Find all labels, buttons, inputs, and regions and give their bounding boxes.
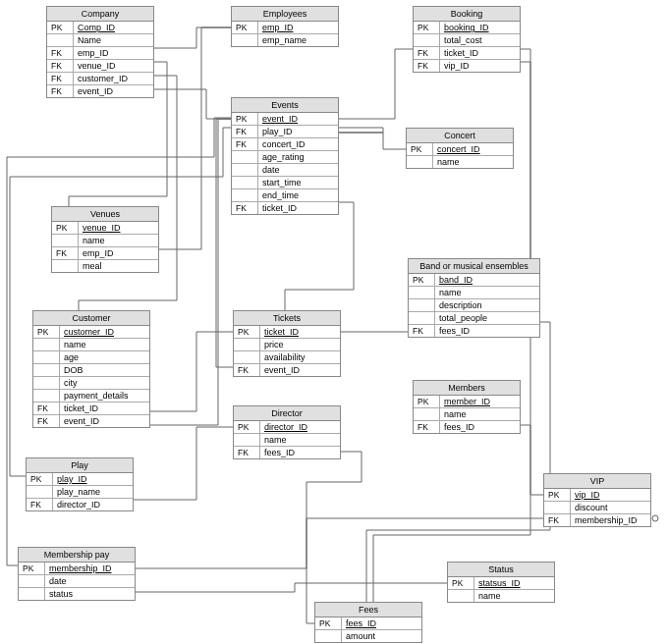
column-name: vip_ID: [571, 489, 651, 502]
key-type: [52, 235, 79, 247]
column-name: emp_ID: [74, 47, 154, 60]
column-name: event_ID: [260, 364, 341, 377]
column-name: event_ID: [60, 415, 150, 428]
key-type: PK: [47, 22, 74, 34]
key-type: [33, 339, 60, 351]
key-type: PK: [448, 577, 474, 590]
key-type: FK: [409, 325, 435, 338]
key-type: [232, 151, 258, 164]
column-name: concert_ID: [258, 138, 339, 151]
key-type: [234, 434, 260, 447]
key-type: FK: [47, 85, 74, 98]
key-type: [232, 177, 258, 189]
entity-membership: Membership payPKmembership_IDdatestatus: [18, 547, 136, 601]
key-type: PK: [232, 113, 258, 126]
entity-members: MembersPKmember_IDnameFKfees_ID: [413, 380, 521, 434]
key-type: [19, 575, 45, 588]
column-name: emp_ID: [79, 247, 159, 260]
column-name: ticket_ID: [60, 402, 150, 415]
entity-columns: PKmember_IDnameFKfees_ID: [414, 396, 520, 433]
entity-title: VIP: [544, 474, 650, 489]
entity-title: Events: [232, 98, 338, 113]
key-type: [33, 390, 60, 402]
column-name: fees_ID: [440, 421, 521, 434]
entity-title: Venues: [52, 207, 158, 222]
key-type: FK: [47, 47, 74, 60]
column-name: name: [60, 339, 150, 351]
key-type: FK: [414, 47, 440, 60]
entity-columns: PKvenue_IDnameFKemp_IDmeal: [52, 222, 158, 272]
key-type: [315, 630, 342, 643]
entity-title: Members: [414, 381, 520, 396]
key-type: FK: [47, 60, 74, 73]
entity-title: Director: [234, 406, 340, 421]
key-type: [232, 34, 258, 47]
key-type: PK: [544, 489, 571, 502]
key-type: [409, 312, 435, 325]
column-name: fees_ID: [342, 617, 422, 630]
entity-columns: PKdirector_IDnameFKfees_ID: [234, 421, 340, 458]
key-type: [414, 34, 440, 47]
entity-venues: VenuesPKvenue_IDnameFKemp_IDmeal: [51, 206, 159, 273]
column-name: member_ID: [440, 396, 521, 408]
entity-title: Company: [47, 7, 153, 22]
key-type: [19, 588, 45, 601]
key-type: PK: [234, 326, 260, 339]
entity-columns: PKconcert_IDname: [407, 143, 513, 168]
key-type: [33, 351, 60, 364]
key-type: PK: [27, 473, 53, 486]
entity-columns: PKband_IDnamedescriptiontotal_peopleFKfe…: [409, 274, 539, 337]
column-name: band_ID: [435, 274, 540, 287]
column-name: customer_ID: [60, 326, 150, 339]
column-name: description: [435, 299, 540, 312]
key-type: [33, 377, 60, 390]
key-type: FK: [234, 364, 260, 377]
column-name: price: [260, 339, 341, 351]
key-type: [409, 287, 435, 299]
entity-title: Tickets: [234, 311, 340, 326]
entity-customer: CustomerPKcustomer_IDnameageDOBcitypayme…: [32, 310, 150, 428]
entity-columns: PKstatsus_IDname: [448, 577, 554, 602]
key-type: FK: [52, 247, 79, 260]
entity-title: Concert: [407, 129, 513, 143]
entity-title: Play: [27, 458, 133, 473]
entity-columns: PKemp_IDemp_name: [232, 22, 338, 46]
key-type: [409, 299, 435, 312]
key-type: FK: [232, 138, 258, 151]
column-name: status: [45, 588, 136, 601]
column-name: statsus_ID: [474, 577, 555, 590]
column-name: play_name: [53, 486, 134, 499]
column-name: fees_ID: [435, 325, 540, 338]
key-type: FK: [27, 499, 53, 511]
column-name: name: [435, 287, 540, 299]
entity-concert: ConcertPKconcert_IDname: [406, 128, 514, 169]
column-name: venue_ID: [74, 60, 154, 73]
column-name: emp_name: [258, 34, 339, 47]
key-type: FK: [232, 202, 258, 215]
entity-vip: VIPPKvip_IDdiscountFKmembership_ID: [543, 473, 651, 527]
column-name: age_rating: [258, 151, 339, 164]
entity-director: DirectorPKdirector_IDnameFKfees_ID: [233, 405, 341, 459]
column-name: play_ID: [258, 126, 339, 138]
column-name: ticket_ID: [440, 47, 521, 60]
column-name: ticket_ID: [260, 326, 341, 339]
column-name: meal: [79, 260, 159, 273]
key-type: PK: [19, 563, 45, 575]
column-name: Name: [74, 34, 154, 47]
entity-booking: BookingPKbooking_IDtotal_costFKticket_ID…: [413, 6, 521, 73]
column-name: ticket_ID: [258, 202, 339, 215]
column-name: total_people: [435, 312, 540, 325]
key-type: [47, 34, 74, 47]
entity-columns: PKvip_IDdiscountFKmembership_ID: [544, 489, 650, 526]
column-name: start_time: [258, 177, 339, 189]
entity-columns: PKfees_IDamount: [315, 617, 421, 642]
key-type: [544, 502, 571, 514]
key-type: PK: [52, 222, 79, 235]
key-type: FK: [414, 421, 440, 434]
entity-company: CompanyPKComp_IDNameFKemp_IDFKvenue_IDFK…: [46, 6, 154, 98]
column-name: availability: [260, 351, 341, 364]
key-type: PK: [409, 274, 435, 287]
column-name: name: [433, 156, 514, 169]
column-name: booking_ID: [440, 22, 521, 34]
column-name: venue_ID: [79, 222, 159, 235]
